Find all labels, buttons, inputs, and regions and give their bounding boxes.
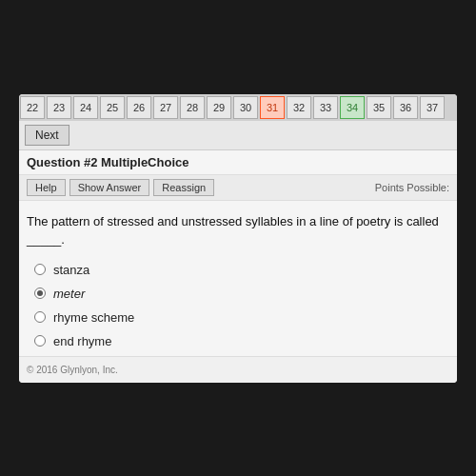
content-area: 22232425262728293031323334353637 Next Qu…	[19, 94, 457, 383]
answer-option-0[interactable]: stanza	[34, 263, 449, 277]
answer-label-0: stanza	[53, 263, 89, 277]
question-number-27[interactable]: 27	[153, 96, 178, 119]
question-number-34[interactable]: 34	[340, 96, 365, 119]
answer-option-3[interactable]: end rhyme	[34, 334, 449, 348]
toolbar-left: Help Show Answer Reassign	[27, 179, 214, 196]
question-number-26[interactable]: 26	[127, 96, 151, 119]
radio-circle-0	[34, 264, 46, 275]
question-title: Question #2 MultipleChoice	[27, 155, 188, 169]
question-number-22[interactable]: 22	[20, 96, 45, 119]
question-number-23[interactable]: 23	[47, 96, 71, 119]
question-text: The pattern of stressed and unstressed s…	[27, 212, 449, 249]
show-answer-button[interactable]: Show Answer	[69, 179, 150, 196]
question-number-35[interactable]: 35	[367, 96, 391, 119]
question-header: Question #2 MultipleChoice	[19, 150, 457, 175]
copyright-text: © 2016 Glynlyon, Inc.	[27, 365, 118, 375]
answer-options: stanzameterrhyme schemeend rhyme	[27, 263, 449, 348]
radio-circle-3	[34, 335, 46, 347]
help-button[interactable]: Help	[27, 179, 66, 196]
question-number-36[interactable]: 36	[393, 96, 418, 119]
footer: © 2016 Glynlyon, Inc.	[19, 356, 457, 383]
question-number-31[interactable]: 31	[260, 96, 285, 119]
question-number-32[interactable]: 32	[287, 96, 311, 119]
next-button[interactable]: Next	[25, 125, 69, 146]
radio-circle-2	[34, 311, 46, 323]
answer-option-1[interactable]: meter	[34, 287, 449, 301]
question-number-28[interactable]: 28	[180, 96, 205, 119]
question-numbers-bar: 22232425262728293031323334353637	[19, 94, 457, 121]
next-button-row: Next	[19, 121, 457, 150]
question-body: The pattern of stressed and unstressed s…	[19, 201, 457, 356]
question-number-33[interactable]: 33	[313, 96, 338, 119]
question-number-24[interactable]: 24	[73, 96, 98, 119]
answer-option-2[interactable]: rhyme scheme	[34, 310, 449, 325]
question-number-25[interactable]: 25	[100, 96, 125, 119]
answer-label-2: rhyme scheme	[53, 310, 134, 325]
question-number-30[interactable]: 30	[233, 96, 258, 119]
answer-label-1: meter	[53, 287, 85, 301]
points-possible-label: Points Possible:	[375, 182, 449, 193]
question-number-37[interactable]: 37	[420, 96, 445, 119]
toolbar-row: Help Show Answer Reassign Points Possibl…	[19, 175, 457, 201]
answer-label-3: end rhyme	[53, 334, 111, 348]
reassign-button[interactable]: Reassign	[153, 179, 214, 196]
radio-circle-1	[34, 288, 46, 299]
question-number-29[interactable]: 29	[207, 96, 231, 119]
screen: 22232425262728293031323334353637 Next Qu…	[0, 0, 476, 476]
